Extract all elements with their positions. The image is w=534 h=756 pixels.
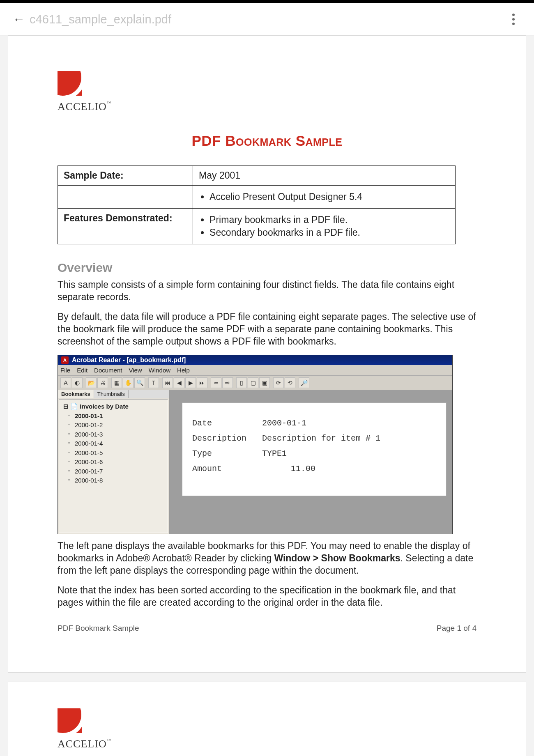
- kebab-dot-icon: [512, 14, 515, 16]
- post-embed-para-2: Note that the index has been sorted acco…: [58, 584, 476, 609]
- fit-width-icon: ▢: [248, 377, 258, 388]
- pdf-page-2: ACCELIO™: [8, 682, 526, 756]
- fit-page-icon: ▯: [236, 377, 247, 388]
- back-nav-icon: ⇦: [211, 377, 221, 388]
- zoom-icon: 🔍: [134, 377, 145, 388]
- software-value-cell: Accelio Present Output Designer 5.4: [193, 186, 456, 209]
- brand-tm: ™: [107, 101, 111, 105]
- accelio-logo-icon: [58, 71, 82, 96]
- menu-item: Window: [149, 367, 170, 374]
- software-value: Accelio Present Output Designer 5.4: [209, 191, 449, 202]
- print-icon: 🖨: [97, 377, 108, 388]
- info-table: Sample Date: May 2001 Accelio Present Ou…: [58, 165, 456, 244]
- accelio-logo-icon: [58, 708, 82, 733]
- overview-para-2: By default, the data file will produce a…: [58, 311, 476, 348]
- p3bold: Window > Show Bookmarks: [274, 553, 400, 563]
- features-label: Features Demonstrated:: [58, 209, 193, 244]
- field-label: Description: [192, 434, 262, 443]
- embedded-acrobat-screenshot: A Acrobat Reader - [ap_bookmark.pdf] Fil…: [58, 355, 453, 534]
- app-header: ← c4611_sample_explain.pdf: [0, 3, 534, 36]
- acrobat-menu-bar: File Edit Document View Window Help: [58, 365, 452, 376]
- sample-date-label: Sample Date:: [58, 166, 193, 186]
- rotate-icon: ⟲: [285, 377, 295, 388]
- system-top-bar: [0, 0, 534, 3]
- page-footer: PDF Bookmark Sample Page 1 of 4: [58, 624, 476, 633]
- field-value: 2000-01-1: [262, 418, 436, 428]
- open-icon: 📂: [86, 377, 97, 388]
- sample-date-value: May 2001: [193, 166, 456, 186]
- kebab-dot-icon: [512, 23, 515, 25]
- brand-name: ACCELIO™: [58, 101, 111, 113]
- bookmark-item: 2000-01-2: [63, 421, 166, 430]
- find-icon: 🔎: [299, 377, 309, 388]
- brand-name-text: ACCELIO: [58, 738, 107, 750]
- tab-thumbnails: Thumbnails: [94, 390, 129, 398]
- tool-icon: ◐: [72, 377, 83, 388]
- acrobat-toolbar: A ◐ 📂 🖨 ▦ ✋ 🔍 T ⏮ ◀ ▶ ⏭ ⇦ ⇨ ▯: [58, 376, 452, 390]
- feature-item: Primary bookmarks in a PDF file.: [209, 214, 449, 225]
- prev-page-icon: ◀: [174, 377, 184, 388]
- kebab-dot-icon: [512, 18, 515, 21]
- menu-item: File: [60, 367, 70, 374]
- table-row: Features Demonstrated: Primary bookmarks…: [58, 209, 456, 244]
- bookmark-item: 2000-01-5: [63, 448, 166, 458]
- form-box: Date2000-01-1 DescriptionDescription for…: [182, 402, 447, 496]
- brand-block: ACCELIO™: [58, 708, 476, 750]
- text-select-icon: T: [148, 377, 159, 388]
- menu-item: Help: [177, 367, 190, 374]
- field-label: Type: [192, 449, 262, 458]
- acrobat-doc-area: Date2000-01-1 DescriptionDescription for…: [170, 390, 452, 534]
- brand-block: ACCELIO™: [58, 71, 476, 113]
- bookmark-item: 2000-01-6: [63, 457, 166, 467]
- rotate-icon: ⟳: [273, 377, 284, 388]
- brand-name: ACCELIO™: [58, 738, 111, 750]
- bookmark-item: 2000-01-4: [63, 439, 166, 448]
- acrobat-title-text: Acrobat Reader - [ap_bookmark.pdf]: [72, 356, 186, 364]
- table-row: Sample Date: May 2001: [58, 166, 456, 186]
- more-options-button[interactable]: [505, 11, 522, 28]
- bookmark-item: 2000-01-3: [63, 430, 166, 439]
- fwd-nav-icon: ⇨: [222, 377, 233, 388]
- bookmark-item: 2000-01-1: [63, 411, 166, 421]
- feature-item: Secondary bookmarks in a PDF file.: [209, 227, 449, 238]
- bookmark-item: 2000-01-7: [63, 467, 166, 476]
- fit-visible-icon: ▣: [259, 377, 270, 388]
- field-label: Date: [192, 418, 262, 428]
- features-value-cell: Primary bookmarks in a PDF file. Seconda…: [193, 209, 456, 244]
- back-button[interactable]: ←: [11, 11, 27, 28]
- menu-item: Edit: [77, 367, 87, 374]
- table-row: Accelio Present Output Designer 5.4: [58, 186, 456, 209]
- pdf-page-1: ACCELIO™ PDF Bookmark Sample Sample Date…: [8, 36, 526, 672]
- field-value: Description for item # 1: [262, 434, 436, 443]
- field-label: Amount: [192, 464, 262, 473]
- first-page-icon: ⏮: [162, 377, 173, 388]
- tab-bookmarks: Bookmarks: [58, 390, 94, 398]
- bookmark-tree: ⊟ 📄 Invoices by Date 2000-01-1 2000-01-2…: [59, 399, 168, 533]
- footer-left: PDF Bookmark Sample: [58, 624, 139, 633]
- overview-para-1: This sample consists of a simple form co…: [58, 279, 476, 303]
- field-value: 11.00: [262, 464, 436, 473]
- side-tabs: Bookmarks Thumbnails: [58, 390, 169, 398]
- post-embed-para-1: The left pane displays the available boo…: [58, 540, 476, 577]
- brand-name-text: ACCELIO: [58, 101, 107, 113]
- hand-tool-icon: ✋: [123, 377, 134, 388]
- document-filename: c4611_sample_explain.pdf: [30, 13, 171, 26]
- arrow-left-icon: ←: [13, 13, 25, 25]
- bookmark-root: ⊟ 📄 Invoices by Date: [63, 402, 166, 411]
- tool-icon: A: [60, 377, 71, 388]
- acrobat-app-icon: A: [61, 356, 69, 364]
- bookmarks-pane: Bookmarks Thumbnails ⊟ 📄 Invoices by Dat…: [58, 390, 170, 534]
- acrobat-body: Bookmarks Thumbnails ⊟ 📄 Invoices by Dat…: [58, 390, 452, 534]
- acrobat-titlebar: A Acrobat Reader - [ap_bookmark.pdf]: [58, 355, 452, 365]
- field-value: TYPE1: [262, 449, 436, 458]
- next-page-icon: ▶: [185, 377, 196, 388]
- pdf-viewer[interactable]: ACCELIO™ PDF Bookmark Sample Sample Date…: [0, 36, 534, 756]
- bookmark-root-label: Invoices by Date: [80, 403, 128, 410]
- tool-icon: ▦: [111, 377, 122, 388]
- empty-label: [58, 186, 193, 209]
- last-page-icon: ⏭: [197, 377, 207, 388]
- footer-right: Page 1 of 4: [437, 624, 476, 633]
- menu-item: View: [129, 367, 142, 374]
- overview-heading: Overview: [58, 261, 476, 275]
- page-title: PDF Bookmark Sample: [58, 133, 476, 149]
